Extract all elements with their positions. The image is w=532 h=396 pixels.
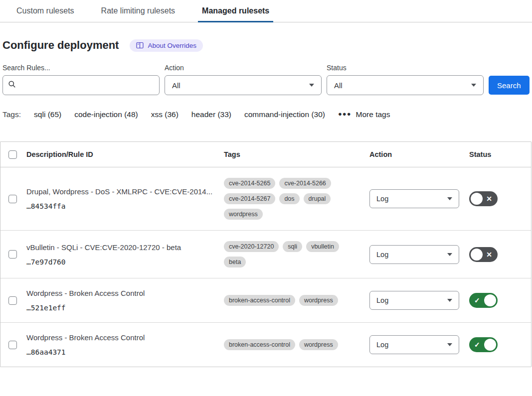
ruleset-tabs: Custom rulesetsRate limiting rulesetsMan… — [0, 0, 532, 22]
check-icon: ✓ — [474, 297, 480, 304]
rule-toggle-on[interactable]: ✓ — [469, 337, 498, 352]
row-action-value: Log — [376, 341, 388, 349]
table-header-row: Description/Rule ID Tags Action Status — [0, 142, 531, 167]
row-action-select[interactable]: Log — [369, 245, 459, 264]
search-input[interactable] — [20, 81, 154, 90]
rule-description: vBulletin - SQLi - CVE:CVE-2020-12720 - … — [26, 243, 214, 252]
tag-pill-cve-2014-5266: cve-2014-5266 — [279, 178, 331, 189]
tag-pill-vbulletin: vbulletin — [306, 241, 339, 252]
row-action-value: Log — [376, 195, 388, 203]
tag-pill-sqli: sqli — [283, 241, 302, 252]
chevron-down-icon — [447, 253, 452, 256]
book-icon — [136, 42, 144, 49]
action-filter-label: Action — [165, 64, 322, 72]
status-filter-value: All — [334, 81, 343, 90]
rule-description: Drupal, Wordpress - DoS - XMLRPC - CVE:C… — [26, 187, 214, 196]
tag-link-command-injection-30[interactable]: command-injection (30) — [244, 110, 325, 119]
chevron-down-icon — [447, 299, 452, 302]
tag-pill-cve-2020-12720: cve-2020-12720 — [224, 241, 279, 252]
table-row: Wordpress - Broken Access Control…521e1e… — [0, 278, 531, 323]
action-filter-field: Action All — [165, 64, 322, 95]
chevron-down-icon — [447, 197, 452, 200]
column-header-action: Action — [369, 150, 469, 158]
rule-id: …84534ffa — [26, 202, 214, 210]
search-icon — [8, 80, 16, 90]
rule-id: …521e1eff — [26, 304, 214, 312]
row-checkbox[interactable] — [8, 296, 17, 305]
heading-row: Configure deployment About Overrides — [2, 39, 532, 52]
filters-bar: Search Rules... Action All Status All Se… — [2, 64, 532, 95]
tag-link-xss-36[interactable]: xss (36) — [151, 110, 178, 119]
tag-link-header-33[interactable]: header (33) — [191, 110, 231, 119]
toggle-knob — [484, 294, 496, 306]
rule-description: Wordpress - Broken Access Control — [26, 289, 214, 297]
managed-rules-table: Description/Rule ID Tags Action Status D… — [0, 141, 532, 367]
action-filter-select[interactable]: All — [165, 75, 322, 95]
row-checkbox[interactable] — [8, 341, 17, 349]
toggle-knob — [484, 339, 496, 351]
tab-rate-limiting-rulesets[interactable]: Rate limiting rulesets — [97, 0, 179, 22]
row-action-value: Log — [376, 251, 388, 259]
rule-id: …7e97d760 — [26, 258, 214, 266]
table-row: Wordpress - Broken Access Control…86aa43… — [0, 323, 531, 367]
search-label: Search Rules... — [2, 64, 160, 72]
x-icon: ✕ — [486, 195, 492, 202]
column-header-status: Status — [469, 150, 531, 158]
row-action-select[interactable]: Log — [369, 291, 459, 310]
tag-pill-cve-2014-5265: cve-2014-5265 — [224, 178, 275, 189]
rule-toggle-off[interactable]: ✕ — [469, 191, 498, 206]
tag-pill-dos: dos — [279, 193, 299, 204]
chevron-down-icon — [447, 343, 452, 346]
tag-pill-drupal: drupal — [304, 193, 331, 204]
tag-links: sqli (65)code-injection (48)xss (36)head… — [34, 110, 325, 119]
more-tags-button[interactable]: ●●● More tags — [338, 110, 390, 119]
row-action-select[interactable]: Log — [369, 335, 459, 354]
table-row: Drupal, Wordpress - DoS - XMLRPC - CVE:C… — [0, 167, 531, 231]
about-overrides-label: About Overrides — [148, 42, 196, 49]
tab-custom-rulesets[interactable]: Custom rulesets — [12, 0, 78, 22]
search-field: Search Rules... — [2, 64, 160, 95]
rule-tags: cve-2014-5265cve-2014-5266cve-2014-5267d… — [224, 178, 355, 220]
toggle-knob — [471, 193, 483, 205]
search-input-wrapper — [2, 75, 160, 95]
tags-bar-label: Tags: — [2, 110, 21, 119]
rule-id: …86aa4371 — [26, 348, 214, 356]
row-action-select[interactable]: Log — [369, 189, 459, 208]
row-action-value: Log — [376, 296, 388, 304]
rule-toggle-on[interactable]: ✓ — [469, 293, 498, 308]
select-all-checkbox[interactable] — [8, 150, 17, 159]
rule-description: Wordpress - Broken Access Control — [26, 333, 214, 342]
tag-pill-wordpress: wordpress — [299, 339, 338, 350]
search-button[interactable]: Search — [489, 76, 530, 95]
rule-tags: broken-access-controlwordpress — [224, 295, 355, 306]
tag-pill-beta: beta — [224, 257, 246, 267]
column-header-tags: Tags — [224, 150, 369, 158]
toggle-knob — [471, 249, 483, 261]
status-filter-field: Status All — [327, 64, 484, 95]
column-header-description: Description/Rule ID — [26, 150, 224, 158]
tag-pill-cve-2014-5267: cve-2014-5267 — [224, 193, 275, 204]
row-checkbox[interactable] — [8, 250, 17, 259]
more-tags-label: More tags — [356, 110, 390, 119]
status-filter-select[interactable]: All — [327, 75, 484, 95]
about-overrides-badge[interactable]: About Overrides — [130, 39, 203, 52]
tag-pill-broken-access-control: broken-access-control — [224, 295, 295, 306]
chevron-down-icon — [309, 84, 314, 87]
check-icon: ✓ — [474, 341, 480, 348]
ellipsis-icon: ●●● — [338, 110, 352, 118]
x-icon: ✕ — [486, 251, 492, 258]
row-checkbox[interactable] — [8, 195, 17, 203]
status-filter-label: Status — [327, 64, 484, 72]
tab-managed-rulesets[interactable]: Managed rulesets — [198, 0, 273, 22]
rule-tags: cve-2020-12720sqlivbulletinbeta — [224, 241, 355, 267]
tag-pill-wordpress: wordpress — [224, 209, 263, 220]
tag-pill-wordpress: wordpress — [299, 295, 338, 306]
table-row: vBulletin - SQLi - CVE:CVE-2020-12720 - … — [0, 231, 531, 278]
tag-link-code-injection-48[interactable]: code-injection (48) — [74, 110, 138, 119]
page-title: Configure deployment — [2, 39, 119, 52]
rule-toggle-off[interactable]: ✕ — [469, 247, 498, 262]
rule-tags: broken-access-controlwordpress — [224, 339, 355, 350]
tag-link-sqli-65[interactable]: sqli (65) — [34, 110, 61, 119]
chevron-down-icon — [471, 84, 476, 87]
action-filter-value: All — [172, 81, 180, 90]
